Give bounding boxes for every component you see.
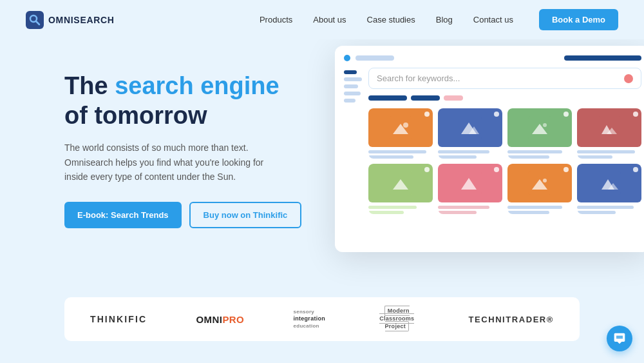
card-5-dot [424,167,430,172]
card-line [368,206,417,209]
card-line [438,211,477,214]
card-8-image [577,164,641,202]
logo-thinkific: THINKIFIC [90,314,147,324]
card-4-image [577,108,641,147]
card-1-image [368,108,433,147]
card-line [438,155,477,159]
thinkific-button[interactable]: Buy now on Thinkific [189,202,302,228]
mockup-card-grid [368,108,641,214]
card-line [368,211,404,214]
chat-icon [613,332,626,345]
sidebar-line-4 [344,99,355,103]
card-7-dot [564,167,569,172]
hero-section: The search engine of tomorrow The world … [0,39,644,297]
sidebar-line-3 [344,92,361,95]
card-7 [507,164,572,214]
filter-pill-2[interactable] [411,95,440,101]
card-3 [507,108,572,159]
nav-products[interactable]: Products [260,15,292,25]
mountain-icon-4 [598,116,621,139]
nav-contact[interactable]: Contact us [473,15,513,25]
card-line [438,150,489,153]
card-5-lines [368,206,433,214]
card-1-dot [424,112,430,117]
card-3-lines [507,150,572,159]
card-2 [438,108,502,159]
hero-mockup: Search for keywords... [335,46,644,252]
logos-bar: THINKIFIC OMNIPRO sensory integration ed… [64,297,580,341]
card-6-image [438,164,502,202]
mockup-logo-dot [344,55,350,61]
card-6-dot [494,167,499,172]
hero-title-accent: search engine [115,72,279,99]
mockup-search-bar[interactable]: Search for keywords... [368,68,641,89]
mockup-bar-long [564,55,641,61]
card-1-lines [368,150,433,159]
card-3-dot [564,112,569,117]
chat-bubble-button[interactable] [607,326,632,351]
sidebar-line-2 [344,84,358,88]
card-1 [368,108,433,159]
nav-about[interactable]: About us [313,15,346,25]
card-8-dot [633,167,638,172]
logo-modern: Modern ClassroomsProject [374,308,419,330]
search-clear-icon[interactable] [624,74,633,83]
card-line [438,206,489,209]
card-line [368,155,413,159]
card-4-lines [577,150,641,159]
card-7-lines [507,206,572,214]
logo[interactable]: OMNISEARCH [26,11,115,29]
mountain-icon-8 [598,172,621,195]
card-8-lines [577,206,641,214]
hero-content: The search engine of tomorrow The world … [64,52,322,228]
card-7-image [507,164,572,202]
logo-icon [26,11,44,29]
svg-rect-0 [26,11,44,29]
hero-buttons: E-book: Search Trends Buy now on Thinkif… [64,202,322,228]
hero-description: The world consists of so much more than … [64,141,264,184]
nav-case-studies[interactable]: Case studies [367,15,415,25]
card-5-image [368,164,433,202]
card-4-dot [633,112,638,117]
navbar: OMNISEARCH Products About us Case studie… [0,0,644,39]
hero-title-plain: The [64,72,115,99]
card-2-image [438,108,502,147]
search-placeholder-text: Search for keywords... [377,74,624,83]
card-line [368,150,426,153]
card-line [507,206,562,209]
book-demo-button[interactable]: Book a Demo [539,9,618,30]
card-line [577,150,635,153]
nav-blog[interactable]: Blog [436,15,453,25]
ebook-button[interactable]: E-book: Search Trends [64,202,182,228]
card-line [507,155,549,159]
mockup-filter-row [368,95,641,101]
card-line [577,206,634,209]
hero-title: The search engine of tomorrow [64,72,322,130]
mountain-icon-3 [528,116,551,139]
hero-title-end: of tomorrow [64,102,207,129]
mountain-icon-6 [459,172,482,195]
svg-point-5 [403,123,408,128]
svg-point-21 [543,179,547,182]
mountain-icon-5 [389,172,412,195]
mountain-icon-7 [528,172,551,195]
filter-pill-1[interactable] [368,95,407,101]
card-line [577,155,612,159]
card-2-lines [438,150,502,159]
sidebar-line-1 [344,77,362,81]
card-line [507,150,562,153]
logo-text: OMNISEARCH [48,15,115,25]
nav-links: Products About us Case studies Blog Cont… [260,15,513,25]
card-3-image [507,108,572,147]
mountain-icon-1 [389,116,412,139]
card-4 [577,108,641,159]
svg-point-11 [543,123,547,127]
card-5 [368,164,433,214]
card-6 [438,164,502,214]
sidebar-line-active [344,70,357,74]
logo-technitrader: TECHNITRADER® [469,315,554,324]
card-2-dot [494,112,499,117]
svg-rect-12 [598,116,621,139]
filter-pill-active[interactable] [444,95,463,101]
card-6-lines [438,206,502,214]
